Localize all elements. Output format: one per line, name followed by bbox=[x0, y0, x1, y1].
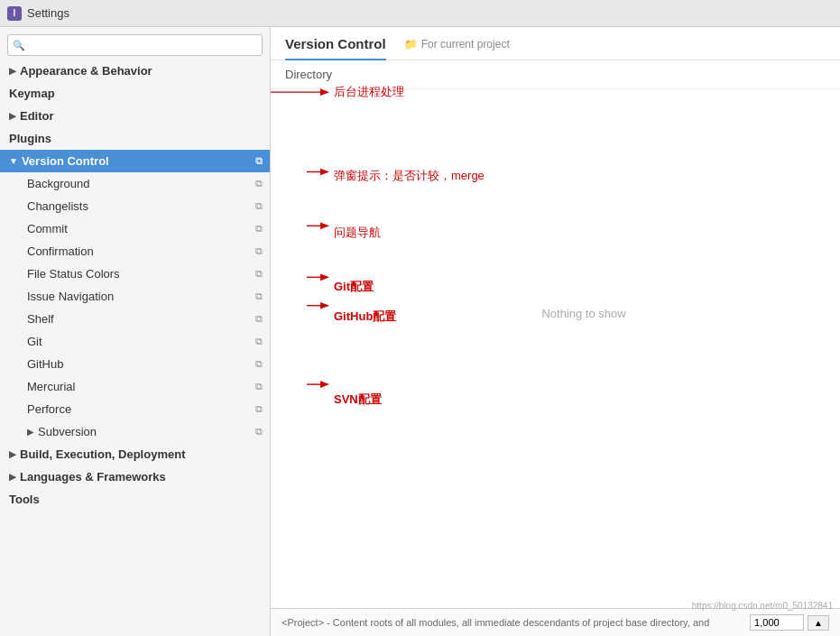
sidebar-item-background[interactable]: Background ⧉ bbox=[0, 172, 270, 195]
expand-arrow: ▼ bbox=[9, 156, 18, 166]
content-tab-label: For current project bbox=[421, 38, 510, 51]
footer-input[interactable] bbox=[750, 614, 804, 631]
copy-icon: ⧉ bbox=[255, 313, 263, 325]
sidebar-item-label: GitHub bbox=[27, 357, 255, 371]
content-area: Version Control 📁 For current project Di… bbox=[271, 27, 840, 636]
svg-marker-11 bbox=[320, 381, 329, 388]
sidebar-item-git[interactable]: Git ⧉ bbox=[0, 330, 270, 353]
sidebar-item-label: Editor bbox=[20, 109, 263, 123]
content-title: Version Control bbox=[285, 36, 386, 60]
copy-icon: ⧉ bbox=[255, 381, 263, 392]
sidebar-item-subversion[interactable]: ▶ Subversion ⧉ bbox=[0, 420, 270, 443]
sidebar-item-languages-frameworks[interactable]: ▶ Languages & Frameworks bbox=[0, 465, 270, 488]
sidebar-item-confirmation[interactable]: Confirmation ⧉ bbox=[0, 240, 270, 263]
main-container: 🔍 ▶ Appearance & Behavior Keymap ▶ Edito… bbox=[0, 27, 840, 636]
sidebar-item-label: Build, Execution, Deployment bbox=[20, 447, 263, 461]
sidebar-item-label: Languages & Frameworks bbox=[20, 470, 263, 484]
sidebar-item-label: Perforce bbox=[27, 402, 255, 416]
copy-icon: ⧉ bbox=[255, 200, 263, 212]
watermark: https://blog.csdn.net/m0_50132841 bbox=[692, 601, 833, 611]
sidebar-item-commit[interactable]: Commit ⧉ bbox=[0, 217, 270, 240]
expand-arrow: ▶ bbox=[9, 66, 16, 76]
copy-icon: ⧉ bbox=[255, 178, 263, 189]
sidebar-item-label: Commit bbox=[27, 222, 255, 235]
sidebar-item-label: Confirmation bbox=[27, 244, 255, 258]
sidebar-item-issue-navigation[interactable]: Issue Navigation ⧉ bbox=[0, 285, 270, 308]
copy-icon: ⧉ bbox=[255, 290, 263, 302]
copy-icon: ⧉ bbox=[255, 223, 263, 235]
content-footer: <Project> - Content roots of all modules… bbox=[271, 608, 840, 636]
sidebar-item-label: Keymap bbox=[9, 87, 263, 100]
search-box[interactable]: 🔍 bbox=[7, 34, 263, 56]
sidebar-item-label: Subversion bbox=[38, 425, 255, 438]
copy-icon: ⧉ bbox=[255, 358, 263, 370]
sidebar-item-label: Git bbox=[27, 335, 255, 348]
svg-marker-3 bbox=[320, 169, 329, 176]
annotation-svn-text: SVN配置 bbox=[334, 392, 382, 408]
title-bar-text: Settings bbox=[27, 6, 69, 20]
sidebar-item-label: File Status Colors bbox=[27, 267, 255, 281]
sidebar-item-label: Plugins bbox=[9, 132, 263, 145]
sidebar-item-plugins[interactable]: Plugins bbox=[0, 127, 270, 150]
footer-text: <Project> - Content roots of all modules… bbox=[282, 617, 750, 628]
sidebar-item-appearance[interactable]: ▶ Appearance & Behavior bbox=[0, 60, 270, 82]
copy-icon: ⧉ bbox=[255, 426, 263, 438]
sidebar-item-shelf[interactable]: Shelf ⧉ bbox=[0, 308, 270, 330]
content-header: Version Control 📁 For current project bbox=[271, 27, 840, 60]
expand-arrow: ▶ bbox=[27, 427, 34, 437]
nav-tree: ▶ Appearance & Behavior Keymap ▶ Editor … bbox=[0, 60, 270, 636]
content-body: Directory Nothing to show bbox=[271, 60, 840, 608]
footer-controls: ▲ bbox=[750, 614, 829, 631]
search-icon: 🔍 bbox=[13, 40, 25, 51]
sidebar-item-file-status-colors[interactable]: File Status Colors ⧉ bbox=[0, 263, 270, 285]
sidebar-item-label: Changelists bbox=[27, 199, 255, 213]
sidebar-item-keymap[interactable]: Keymap bbox=[0, 82, 270, 105]
annotation-confirmation-text: 弹窗提示：是否计较，merge bbox=[334, 168, 485, 184]
svg-marker-5 bbox=[320, 223, 329, 230]
expand-arrow: ▶ bbox=[9, 111, 16, 121]
copy-icon: ⧉ bbox=[255, 336, 263, 347]
sidebar-item-label: Mercurial bbox=[27, 380, 255, 393]
search-input[interactable] bbox=[7, 34, 263, 56]
copy-icon: ⧉ bbox=[255, 245, 263, 257]
copy-icon: ⧉ bbox=[255, 403, 263, 415]
sidebar-item-changelists[interactable]: Changelists ⧉ bbox=[0, 195, 270, 217]
nothing-to-show: Nothing to show bbox=[541, 307, 625, 320]
sidebar-item-label: Tools bbox=[9, 493, 263, 506]
copy-icon: ⧉ bbox=[255, 155, 263, 167]
sidebar: 🔍 ▶ Appearance & Behavior Keymap ▶ Edito… bbox=[0, 27, 271, 636]
svg-marker-1 bbox=[320, 88, 329, 96]
svg-marker-7 bbox=[320, 274, 329, 281]
sidebar-item-label: Issue Navigation bbox=[27, 290, 255, 303]
annotation-github-text: GitHub配置 bbox=[334, 309, 396, 325]
footer-up-button[interactable]: ▲ bbox=[808, 615, 829, 631]
sidebar-item-github[interactable]: GitHub ⧉ bbox=[0, 353, 270, 375]
copy-icon: ⧉ bbox=[255, 268, 263, 280]
content-tab-project[interactable]: 📁 For current project bbox=[404, 38, 510, 58]
title-bar: I Settings bbox=[0, 0, 840, 27]
expand-arrow: ▶ bbox=[9, 449, 16, 459]
sidebar-item-label: Background bbox=[27, 177, 255, 190]
sidebar-item-label: Version Control bbox=[22, 154, 255, 168]
annotation-git-text: Git配置 bbox=[334, 279, 374, 295]
annotation-background-text: 后台进程处理 bbox=[334, 84, 404, 100]
sidebar-item-build-execution[interactable]: ▶ Build, Execution, Deployment bbox=[0, 443, 270, 465]
svg-marker-9 bbox=[320, 302, 329, 309]
expand-arrow: ▶ bbox=[9, 472, 16, 482]
sidebar-item-editor[interactable]: ▶ Editor bbox=[0, 105, 270, 127]
annotation-issue-nav-text: 问题导航 bbox=[334, 225, 381, 241]
sidebar-item-perforce[interactable]: Perforce ⧉ bbox=[0, 398, 270, 420]
sidebar-item-label: Shelf bbox=[27, 312, 255, 326]
sidebar-item-label: Appearance & Behavior bbox=[20, 64, 263, 78]
sidebar-item-mercurial[interactable]: Mercurial ⧉ bbox=[0, 375, 270, 398]
app-icon: I bbox=[7, 6, 22, 21]
sidebar-item-version-control[interactable]: ▼ Version Control ⧉ bbox=[0, 150, 270, 172]
sidebar-item-tools[interactable]: Tools bbox=[0, 488, 270, 511]
project-tab-icon: 📁 bbox=[404, 38, 418, 51]
